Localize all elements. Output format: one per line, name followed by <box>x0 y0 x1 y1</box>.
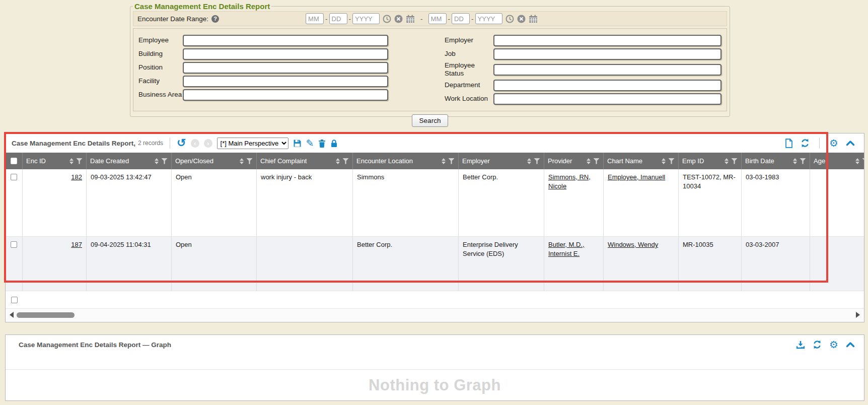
employee-field[interactable] <box>183 35 388 46</box>
sort-icon[interactable] <box>69 158 74 164</box>
sort-icon[interactable] <box>527 158 531 164</box>
edit-perspective-icon[interactable]: ✎ <box>306 138 314 149</box>
column-header-emp-id[interactable]: Emp ID <box>679 153 742 169</box>
age-cell <box>810 169 864 236</box>
column-header-date-created[interactable]: Date Created <box>87 153 172 169</box>
gear-icon[interactable]: ⚙ <box>829 340 838 350</box>
sort-icon[interactable] <box>855 158 859 164</box>
business-area-field[interactable] <box>183 89 388 101</box>
date-separator: - <box>448 15 451 23</box>
range-separator: - <box>420 15 423 23</box>
scroll-left-icon[interactable] <box>10 312 14 318</box>
column-header-age[interactable]: Age <box>810 153 864 169</box>
date-to-year-input[interactable] <box>475 13 502 24</box>
enc-id-link[interactable]: 187 <box>71 241 82 248</box>
delete-perspective-icon[interactable] <box>318 139 326 148</box>
work-location-field[interactable] <box>493 93 721 105</box>
collapse-panel-icon[interactable] <box>846 342 855 348</box>
enc-id-link[interactable]: 182 <box>71 173 82 181</box>
save-perspective-icon[interactable] <box>293 139 302 148</box>
employee-status-field[interactable] <box>493 64 721 76</box>
column-header-enc-id[interactable]: Enc ID <box>23 153 87 169</box>
calendar-icon[interactable] <box>406 15 415 23</box>
column-header-employer[interactable]: Employer <box>459 153 544 169</box>
sort-icon[interactable] <box>442 158 446 164</box>
filter-icon[interactable] <box>76 158 83 164</box>
business-area-label: Business Area <box>138 91 183 99</box>
building-field[interactable] <box>183 48 388 60</box>
form-title: Case Management Enc Details Report <box>133 2 271 11</box>
scrollbar-thumb[interactable] <box>17 312 75 318</box>
lock-icon[interactable] <box>330 139 338 148</box>
gear-icon[interactable]: ⚙ <box>829 138 838 148</box>
help-icon[interactable]: ? <box>211 15 219 23</box>
column-header-encounter-location[interactable]: Encounter Location <box>353 153 459 169</box>
horizontal-scrollbar[interactable] <box>6 308 864 321</box>
sort-icon[interactable] <box>336 158 340 164</box>
row-checkbox[interactable] <box>11 297 18 303</box>
chart-name-link[interactable]: Windows, Wendy <box>608 241 658 248</box>
column-label: Chart Name <box>607 157 659 165</box>
column-header-birth-date[interactable]: Birth Date <box>742 153 810 169</box>
select-all-checkbox[interactable] <box>11 158 17 164</box>
filter-icon[interactable] <box>448 158 455 164</box>
facility-field[interactable] <box>183 76 388 87</box>
sort-icon[interactable] <box>725 158 729 164</box>
toolbar-divider <box>819 138 820 149</box>
refresh-icon[interactable] <box>813 340 822 349</box>
filter-icon[interactable] <box>342 158 349 164</box>
filter-icon[interactable] <box>593 158 600 164</box>
date-to-day-input[interactable] <box>452 13 470 24</box>
provider-link[interactable]: Butler, M.D., Internist E. <box>548 241 585 257</box>
clear-date-icon[interactable] <box>394 15 403 23</box>
sort-icon[interactable] <box>662 158 666 164</box>
calendar-icon[interactable] <box>529 15 538 23</box>
sort-icon[interactable] <box>793 158 797 164</box>
filter-icon[interactable] <box>731 158 738 164</box>
date-from-month-input[interactable] <box>306 13 324 24</box>
column-header-chart-name[interactable]: Chart Name <box>604 153 679 169</box>
clock-icon[interactable] <box>505 15 514 23</box>
column-header-open-closed[interactable]: Open/Closed <box>172 153 257 169</box>
filter-icon[interactable] <box>534 158 540 164</box>
job-field[interactable] <box>493 48 721 60</box>
refresh-icon[interactable] <box>801 139 810 148</box>
date-separator: - <box>325 15 328 23</box>
employer-field[interactable] <box>493 35 721 46</box>
sort-icon[interactable] <box>240 158 244 164</box>
sort-icon[interactable] <box>155 158 159 164</box>
next-page-icon[interactable]: › <box>204 139 212 148</box>
date-to-month-input[interactable] <box>428 13 447 24</box>
row-checkbox[interactable] <box>11 241 17 248</box>
position-field[interactable] <box>183 62 388 74</box>
provider-link[interactable]: Simmons, RN, Nicole <box>548 173 591 190</box>
column-header-chief-complaint[interactable]: Chief Complaint <box>257 153 353 169</box>
clear-date-icon[interactable] <box>517 15 526 23</box>
department-field[interactable] <box>493 80 721 91</box>
row-checkbox[interactable] <box>11 174 17 180</box>
date-from-year-input[interactable] <box>352 13 380 24</box>
date-from-day-input[interactable] <box>329 13 347 24</box>
filter-icon[interactable] <box>246 158 253 164</box>
export-document-icon[interactable] <box>785 139 793 148</box>
undo-icon[interactable]: ↺ <box>177 139 186 148</box>
form-left-column: Employee Building Position Facility Busi… <box>138 33 388 106</box>
filter-icon[interactable] <box>862 158 864 164</box>
previous-page-icon[interactable]: ‹ <box>191 139 199 148</box>
filter-icon[interactable] <box>161 158 168 164</box>
sort-icon[interactable] <box>587 158 591 164</box>
clock-icon[interactable] <box>383 15 391 23</box>
search-button[interactable]: Search <box>412 114 448 127</box>
collapse-panel-icon[interactable] <box>846 140 855 146</box>
filter-icon[interactable] <box>800 158 806 164</box>
column-header-provider[interactable]: Provider <box>544 153 604 169</box>
scroll-right-icon[interactable] <box>856 312 860 318</box>
filter-icon[interactable] <box>668 158 675 164</box>
column-label: Birth Date <box>745 157 790 165</box>
date-from-group: - - <box>306 13 415 24</box>
graph-empty-area: Nothing to Graph <box>6 370 864 400</box>
date-created-cell: 09-04-2025 11:04:31 <box>87 237 172 291</box>
chart-name-link[interactable]: Employee, Imanuell <box>608 173 665 181</box>
perspective-select[interactable]: [*] Main Perspective <box>217 138 288 149</box>
download-icon[interactable] <box>796 341 805 349</box>
